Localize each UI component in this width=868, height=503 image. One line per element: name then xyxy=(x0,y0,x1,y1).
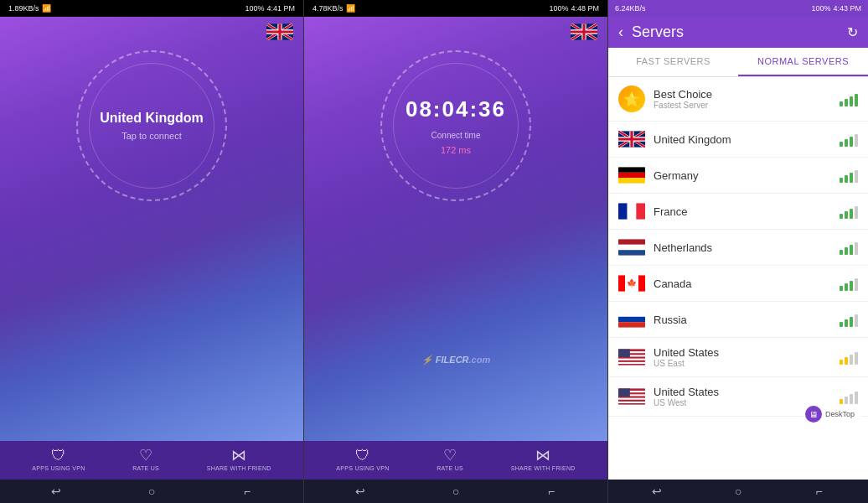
nav-rate-1[interactable]: ♡ RATE US xyxy=(132,448,159,471)
heart-icon-2: ♡ xyxy=(443,448,457,463)
filecr-watermark: ⚡ FILECR.com xyxy=(421,355,490,366)
bar3 xyxy=(850,209,853,219)
home-bar-2: ↩ ○ ⌐ xyxy=(304,480,607,503)
bar4 xyxy=(855,278,858,291)
flag-de xyxy=(618,166,645,184)
back-btn-2[interactable]: ↩ xyxy=(353,484,368,499)
nav-rate-2[interactable]: ♡ RATE US xyxy=(437,448,463,471)
connect-time-value-2: 172 ms xyxy=(441,145,471,155)
server-name-nl: Netherlands xyxy=(654,241,831,254)
bar4 xyxy=(855,352,858,365)
desktop-watermark: 🖥 DeskTop xyxy=(803,404,861,424)
connection-circle-1[interactable]: United Kingdom Tap to connect xyxy=(76,50,227,201)
server-info-us-east: United States US East xyxy=(654,346,831,368)
recent-btn-2[interactable]: ⌐ xyxy=(544,484,559,499)
server-tabs: FAST SERVERS NORMAL SERVERS xyxy=(608,48,868,77)
bar4 xyxy=(855,94,858,106)
signal-bars-us-west xyxy=(840,389,858,404)
tab-fast-servers[interactable]: FAST SERVERS xyxy=(608,48,738,76)
home-btn-3[interactable]: ○ xyxy=(731,484,746,499)
svg-rect-22 xyxy=(618,359,645,360)
home-btn-1[interactable]: ○ xyxy=(144,484,159,499)
home-btn-2[interactable]: ○ xyxy=(448,484,463,499)
signal-bars-ca xyxy=(840,276,858,291)
shield-icon-2: 🛡 xyxy=(355,448,370,463)
filecr-text: ⚡ FILECR.com xyxy=(421,355,490,366)
status-bar-3: 6.24KB/s 100% 4:43 PM xyxy=(608,0,868,17)
dashed-ring-1: United Kingdom Tap to connect xyxy=(76,50,227,201)
inner-ring-2: 08:04:36 Connect time 172 ms xyxy=(393,63,519,189)
signal-bars-fr xyxy=(840,204,858,219)
bar2 xyxy=(845,99,848,106)
tab-normal-label: NORMAL SERVERS xyxy=(757,56,849,66)
server-item-us-east[interactable]: United States US East xyxy=(608,338,868,377)
bar3 xyxy=(850,173,853,183)
server-name-fr: France xyxy=(654,205,831,218)
server-item-us-west[interactable]: United States US West 🖥 DeskTop xyxy=(608,377,868,417)
svg-rect-11 xyxy=(618,250,645,255)
best-choice-icon: ⭐ xyxy=(618,86,645,112)
server-name-ru: Russia xyxy=(654,314,831,326)
status-left-1: 1.89KB/s 📶 xyxy=(8,4,51,13)
bar1 xyxy=(840,286,843,291)
server-item-de[interactable]: Germany xyxy=(608,158,868,194)
svg-rect-8 xyxy=(636,203,645,219)
server-info-ca: Canada xyxy=(654,277,831,290)
nav-share-2[interactable]: ⋈ SHARE WITH FRIEND xyxy=(511,448,576,471)
flag-us-west xyxy=(618,387,645,406)
bar3 xyxy=(850,394,853,404)
desktop-text: DeskTop xyxy=(825,410,855,418)
signal-bars-best xyxy=(840,91,858,106)
signal-icons-2: 📶 xyxy=(346,4,355,13)
bar4 xyxy=(855,392,858,404)
status-right-3: 100% 4:43 PM xyxy=(811,4,861,13)
server-info-de: Germany xyxy=(654,169,831,182)
server-item-uk[interactable]: United Kingdom xyxy=(608,122,868,158)
svg-rect-10 xyxy=(618,245,645,250)
server-item-best[interactable]: ⭐ Best Choice Fastest Server xyxy=(608,77,868,122)
server-name-best: Best Choice xyxy=(654,88,831,101)
back-arrow-icon[interactable]: ‹ xyxy=(618,23,623,41)
server-item-nl[interactable]: Netherlands xyxy=(608,230,868,266)
recent-btn-1[interactable]: ⌐ xyxy=(240,484,255,499)
nav-label-rate-1: RATE US xyxy=(132,465,159,471)
heart-icon-1: ♡ xyxy=(139,448,152,463)
server-name-ca: Canada xyxy=(654,277,831,290)
svg-rect-13 xyxy=(618,275,625,291)
tab-fast-label: FAST SERVERS xyxy=(636,56,710,66)
bar1 xyxy=(840,101,843,106)
server-item-ru[interactable]: Russia xyxy=(608,302,868,338)
bar4 xyxy=(855,314,858,327)
server-info-uk: United Kingdom xyxy=(654,133,831,146)
back-btn-3[interactable]: ↩ xyxy=(649,484,664,499)
nav-apps-vpn-1[interactable]: 🛡 APPS USING VPN xyxy=(32,448,85,471)
bar3 xyxy=(850,317,853,327)
nav-label-share-1: SHARE WITH FRIEND xyxy=(207,465,271,471)
tab-normal-servers[interactable]: NORMAL SERVERS xyxy=(738,48,868,76)
back-btn-1[interactable]: ↩ xyxy=(49,484,64,499)
bar2 xyxy=(845,247,848,255)
server-item-fr[interactable]: France xyxy=(608,194,868,230)
phone-panel-1: 1.89KB/s 📶 100% 4:41 PM xyxy=(0,0,303,503)
refresh-icon[interactable]: ↻ xyxy=(847,24,858,40)
inner-ring-1: United Kingdom Tap to connect xyxy=(89,63,214,189)
signal-icons-1: 📶 xyxy=(42,4,51,13)
home-bar-1: ↩ ○ ⌐ xyxy=(0,480,303,503)
bar3 xyxy=(850,245,853,255)
server-info-best: Best Choice Fastest Server xyxy=(654,88,831,110)
connection-circle-2[interactable]: 08:04:36 Connect time 172 ms xyxy=(380,50,531,201)
bar2 xyxy=(845,175,848,183)
home-bar-3: ↩ ○ ⌐ xyxy=(608,480,868,503)
server-item-ca[interactable]: 🍁 Canada xyxy=(608,266,868,302)
svg-rect-28 xyxy=(618,398,645,400)
svg-text:🍁: 🍁 xyxy=(627,278,637,288)
nav-apps-vpn-2[interactable]: 🛡 APPS USING VPN xyxy=(336,448,389,471)
panel-gradient-2: 08:04:36 Connect time 172 ms ⚡ FILECR.co… xyxy=(304,17,607,441)
svg-rect-3 xyxy=(618,167,645,172)
status-left-3: 6.24KB/s xyxy=(615,4,646,13)
bottom-nav-2: 🛡 APPS USING VPN ♡ RATE US ⋈ SHARE WITH … xyxy=(304,441,607,480)
panel-content-2: 08:04:36 Connect time 172 ms ⚡ FILECR.co… xyxy=(304,17,607,441)
nav-share-1[interactable]: ⋈ SHARE WITH FRIEND xyxy=(207,448,271,471)
recent-btn-3[interactable]: ⌐ xyxy=(812,484,827,499)
speed-indicator-3: 6.24KB/s xyxy=(615,4,646,13)
